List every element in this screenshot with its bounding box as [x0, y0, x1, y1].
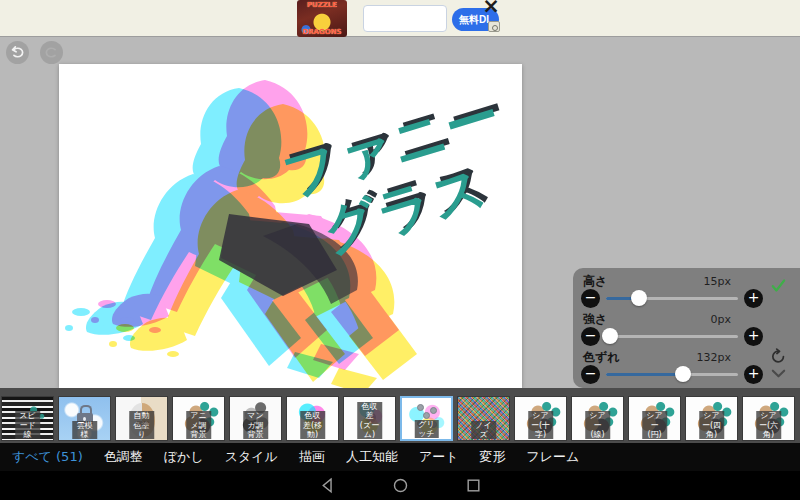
category-tab[interactable]: 描画	[299, 443, 325, 471]
filter-thumbnail-label: シアー(六角)	[756, 411, 782, 439]
param-label: 強さ	[583, 313, 607, 326]
category-tab[interactable]: 色調整	[104, 443, 143, 471]
drawing-canvas[interactable]: ファニー ファニー グラス グラス	[59, 64, 522, 388]
category-tab[interactable]: アート	[419, 443, 459, 471]
filter-thumbnail-label: スピード線	[15, 411, 41, 439]
param-label: 高さ	[583, 275, 607, 288]
filter-thumbnail-label: 色収差 (ズーム)	[357, 402, 383, 439]
filter-thumbnail[interactable]: シアー(円)	[628, 396, 681, 441]
filter-thumbnail[interactable]: シアー(線)	[571, 396, 624, 441]
filter-thumbnail[interactable]: シアー(六角)	[742, 396, 795, 441]
ad-close-icon[interactable]: ×	[482, 0, 500, 16]
param-plus-button[interactable]: +	[744, 365, 763, 384]
filter-thumbnail[interactable]: マンガ調背景	[229, 396, 282, 441]
filter-thumbnail[interactable]: シアー(四角)	[685, 396, 738, 441]
param-minus-button[interactable]: −	[581, 327, 600, 346]
confirm-check-icon[interactable]	[770, 277, 787, 294]
param-value: 132px	[697, 351, 732, 364]
ad-game-title-2: DRAGONS	[297, 28, 347, 36]
ad-banner: PUZZLE DRAGONS 無料DL ×	[0, 0, 800, 37]
category-tab[interactable]: ぼかし	[164, 443, 204, 471]
nav-home-icon[interactable]	[392, 477, 409, 494]
param-slider-group: 強さ0px−+	[581, 311, 763, 346]
filter-thumbnail-label: アニメ調背景	[186, 411, 212, 439]
param-slider-thumb[interactable]	[631, 290, 647, 306]
ad-search-input[interactable]	[363, 5, 447, 32]
category-tab[interactable]: 変形	[479, 443, 505, 471]
filter-thumbnail[interactable]: アニメ調背景	[172, 396, 225, 441]
undo-icon	[9, 44, 26, 61]
undo-button[interactable]	[6, 41, 29, 64]
filter-thumbnail-label: シアー(円)	[642, 411, 668, 439]
filter-thumbnail[interactable]: スピード線	[1, 396, 54, 441]
param-plus-button[interactable]: +	[744, 327, 763, 346]
param-label: 色ずれ	[583, 351, 620, 364]
filter-thumbnail-strip: スピード線雲模様自動色塗りアニメ調背景マンガ調背景色収差(移動)色収差 (ズーム…	[0, 388, 800, 443]
param-minus-button[interactable]: −	[581, 365, 600, 384]
filter-thumbnail-label: シアー(十字)	[528, 411, 554, 439]
filter-params-panel: 高さ15px−+強さ0px−+色ずれ132px−+	[573, 268, 800, 388]
filter-thumbnail-label: ノイズ	[471, 421, 497, 439]
collapse-chevron-down-icon[interactable]	[770, 365, 787, 382]
redo-button[interactable]	[40, 41, 63, 64]
nav-recents-icon[interactable]	[465, 477, 482, 494]
param-slider-thumb[interactable]	[602, 328, 618, 344]
param-minus-button[interactable]: −	[581, 289, 600, 308]
nav-back-icon[interactable]	[319, 477, 336, 494]
category-tab[interactable]: 人工知能	[346, 443, 398, 471]
filter-thumbnail[interactable]: 雲模様	[58, 396, 111, 441]
category-tab[interactable]: スタイル	[225, 443, 278, 471]
filter-thumbnail-label: 雲模様	[72, 421, 98, 439]
filter-thumbnail-label: シアー(四角)	[699, 411, 725, 439]
filter-thumbnail[interactable]: 色収差(移動)	[286, 396, 339, 441]
filter-thumbnail-label: マンガ調背景	[243, 411, 269, 439]
redo-icon	[43, 44, 60, 61]
param-plus-button[interactable]: +	[744, 289, 763, 308]
filter-thumbnail[interactable]: 色収差 (ズーム)	[343, 396, 396, 441]
filter-thumbnail[interactable]: 自動色塗り	[115, 396, 168, 441]
ad-game-title-1: PUZZLE	[297, 1, 347, 9]
filter-thumbnail-label: 自動色塗り	[129, 411, 155, 439]
param-value: 0px	[711, 313, 732, 326]
param-slider-thumb[interactable]	[675, 366, 691, 382]
param-slider-track[interactable]	[606, 335, 738, 338]
android-nav-bar	[0, 471, 800, 500]
app-screen: PUZZLE DRAGONS 無料DL ×	[0, 0, 800, 500]
ad-game-icon[interactable]: PUZZLE DRAGONS	[297, 0, 347, 37]
filter-thumbnail-label: シアー(線)	[585, 411, 611, 439]
ad-choices-icon[interactable]	[488, 21, 500, 32]
filter-thumbnail[interactable]: ノイズ	[457, 396, 510, 441]
filter-thumbnail-label: 色収差(移動)	[300, 411, 326, 439]
param-slider-track[interactable]	[606, 373, 738, 376]
category-tab[interactable]: すべて (51)	[12, 443, 83, 471]
category-tab[interactable]: フレーム	[526, 443, 579, 471]
filter-category-bar: すべて (51)色調整ぼかしスタイル描画人工知能アート変形フレーム	[0, 443, 800, 471]
param-slider-track[interactable]	[606, 297, 738, 300]
reset-refresh-icon[interactable]	[770, 348, 787, 365]
glitch-artwork: ファニー ファニー グラス グラス	[59, 64, 522, 388]
filter-thumbnail[interactable]: シアー(十字)	[514, 396, 567, 441]
param-slider-group: 色ずれ132px−+	[581, 349, 763, 384]
filter-thumbnail-label: グリッチ	[414, 420, 439, 438]
param-value: 15px	[704, 275, 732, 288]
param-slider-group: 高さ15px−+	[581, 273, 763, 308]
filter-thumbnail[interactable]: グリッチ	[400, 396, 453, 441]
